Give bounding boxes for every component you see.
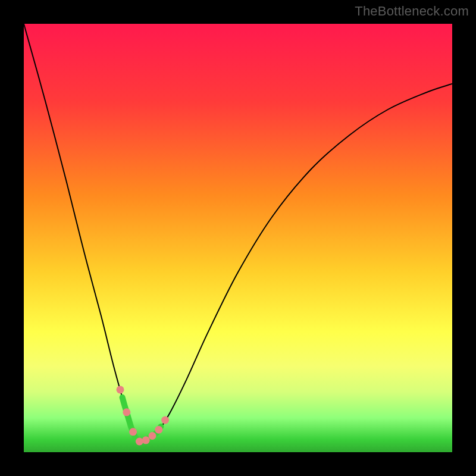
marker-dots [117, 386, 170, 445]
marker-dot [142, 436, 150, 444]
marker-dot [117, 386, 124, 393]
curve-layer [24, 24, 452, 452]
marker-dot [161, 416, 169, 424]
marker-dot [136, 438, 143, 446]
chart-frame: TheBottleneck.com [0, 0, 476, 476]
marker-dot [123, 408, 130, 416]
plot-area [24, 24, 452, 452]
watermark-text: TheBottleneck.com [355, 4, 469, 19]
marker-dot [155, 426, 162, 434]
marker-dot [129, 428, 137, 436]
bottleneck-curve [24, 24, 452, 441]
marker-dot [149, 432, 156, 440]
